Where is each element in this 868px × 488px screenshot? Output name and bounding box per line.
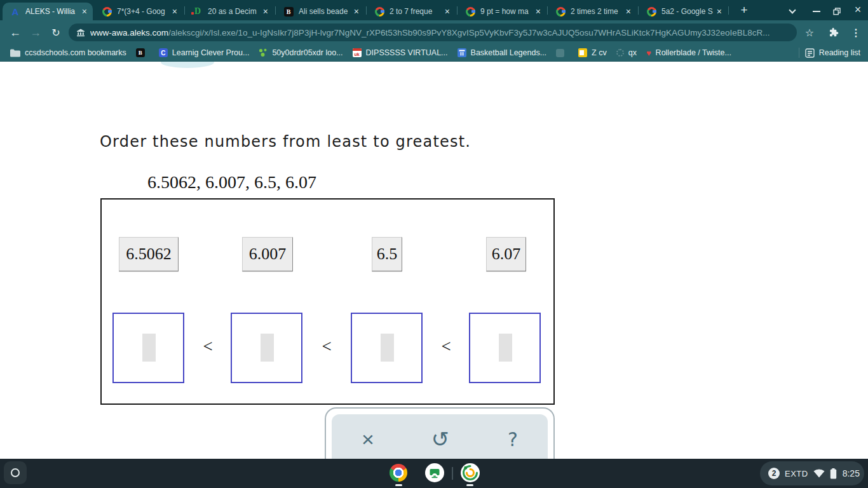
bookmark-star-icon[interactable]: ☆ [802,25,817,39]
reading-list-label: Reading list [819,48,860,57]
tab-google-search-4[interactable]: 2 times 2 time × [548,3,637,20]
tab-decimal[interactable]: D 20 as a Decim × [185,3,274,20]
tab-google-search-2[interactable]: 2 to 7 freque × [367,3,456,20]
undo-icon[interactable]: ↺ [429,426,452,452]
tab-google-search-3[interactable]: 9 pt = how ma × [458,3,546,20]
green-dots-icon [259,48,268,57]
browser-toolbar: ← → ↻ www-awa.aleks.com/alekscgi/x/Isl.e… [0,20,868,44]
bookmark-basketball-legends[interactable]: Basketball Legends... [458,48,547,57]
less-than-sign: < [320,337,334,356]
wifi-icon [813,469,825,478]
bookmark-50y0drdr05xdr[interactable]: 50y0drdr05xdr loo... [259,48,342,57]
answer-slot-4[interactable] [469,313,541,383]
screen-recorder-icon[interactable] [461,463,480,485]
help-icon[interactable]: ? [501,426,524,452]
aleks-favicon: A [10,6,20,17]
launcher-circle-icon [11,468,20,477]
tab-google-search-1[interactable]: 7*(3+4 - Goog × [94,3,183,20]
tab-title: 20 as a Decim [208,7,259,16]
close-window-button[interactable]: × [852,2,864,17]
tab-google-search-5[interactable]: 5a2 - Google S × [639,3,728,20]
shelf-divider [452,467,453,480]
tab-close-icon[interactable]: × [261,7,270,16]
less-than-sign: < [201,337,215,356]
bookmark-ccsdschools[interactable]: ccsdschools.com bookmarks [10,48,126,57]
screencast-icon[interactable] [425,463,444,485]
url-host: www-awa.aleks.com [90,28,168,37]
empty-slot-marker [499,334,512,362]
tab-separator [275,6,276,15]
site-security-icon[interactable] [76,28,85,37]
screen: A ALEKS - Willia × 7*(3+4 - Goog × D 20 … [0,0,868,488]
number-tile[interactable]: 6.5062 [119,237,179,271]
browser-menu-icon[interactable]: ⋮ [848,25,864,39]
tab-close-icon[interactable]: × [170,7,179,16]
bookmark-b[interactable]: B [136,48,149,57]
b-favicon: B [284,7,294,17]
bookmark-qx[interactable]: qx [616,48,637,57]
tab-aleks[interactable]: A ALEKS - Willia × [3,3,93,20]
tab-separator [728,6,729,15]
number-tile[interactable]: 6.5 [372,237,402,271]
tab-separator [184,6,185,15]
bookmark-label: Z cv [592,48,607,57]
number-tile[interactable]: 6.007 [242,237,293,271]
bookmark-label: qx [628,48,637,57]
tab-ali-sells-beads[interactable]: B Ali sells beade × [276,3,365,20]
address-bar[interactable]: www-awa.aleks.com/alekscgi/x/Isl.exe/1o_… [69,24,797,41]
minimize-button[interactable] [813,11,820,12]
chromeos-shelf: 2 EXTD 8:25 [0,459,868,488]
uk-favicon: uk [353,48,362,57]
faded-favicon [556,49,564,57]
reading-list-button[interactable]: Reading list [805,48,860,58]
answer-slot-3[interactable] [351,313,423,383]
tab-title: 9 pt = how ma [480,7,532,16]
restore-button[interactable] [833,6,841,18]
reading-list-group: Reading list [799,44,860,61]
forward-icon[interactable]: → [28,25,43,40]
empty-slot-marker [261,334,274,362]
less-than-sign: < [439,337,453,356]
new-tab-button[interactable]: + [736,3,752,18]
tab-close-icon[interactable]: × [534,7,543,16]
chrome-icon[interactable] [390,464,407,482]
back-icon[interactable]: ← [8,25,23,40]
bookmark-rollerblade[interactable]: ♥ Rollerblade / Twiste... [646,48,731,57]
answer-slot-2[interactable] [231,313,302,383]
bookmark-label: DIPSSSSS VIRTUAL... [366,48,448,57]
running-app-indicator [395,484,402,486]
bookmark-unlabeled[interactable] [556,49,569,57]
tab-close-icon[interactable]: × [80,7,89,16]
reload-icon[interactable]: ↻ [48,25,64,40]
problem-instruction: Order these numbers from least to greate… [100,133,471,151]
tab-close-icon[interactable]: × [352,7,361,16]
folder-icon [10,49,20,57]
google-favicon [647,7,656,17]
tab-title: ALEKS - Willia [25,7,78,16]
clear-answer-icon[interactable]: × [356,426,379,452]
tab-close-icon[interactable]: × [443,7,452,16]
tab-search-chevron-icon[interactable] [789,6,796,13]
tab-title: 2 to 7 freque [390,7,441,16]
bookmark-z-cv[interactable]: Z cv [578,48,607,57]
notification-badge: 2 [768,468,780,479]
reading-list-icon [805,48,815,58]
d-favicon: D [193,6,203,17]
launcher-button[interactable] [4,461,27,484]
answer-slot-1[interactable] [112,313,184,383]
tab-separator [638,6,639,15]
bookmarks-divider [799,48,799,58]
url-text: www-awa.aleks.com/alekscgi/x/Isl.exe/1o_… [90,28,770,37]
status-tray[interactable]: 2 EXTD 8:25 [760,461,864,485]
bookmarks-bar: ccsdschools.com bookmarks B C Learnig Cl… [0,44,868,62]
tab-separator [457,6,458,15]
bookmark-clever[interactable]: C Learnig Clever Prou... [159,48,250,57]
bookmark-dipsssss-virtual[interactable]: uk DIPSSSSS VIRTUAL... [353,48,448,57]
extensions-puzzle-icon[interactable] [826,25,841,39]
number-tile[interactable]: 6.07 [486,237,526,271]
google-favicon [102,7,112,17]
tab-title: 5a2 - Google S [661,7,713,16]
battery-icon [830,468,837,479]
tab-close-icon[interactable]: × [624,7,633,16]
tab-close-icon[interactable]: × [715,7,724,16]
